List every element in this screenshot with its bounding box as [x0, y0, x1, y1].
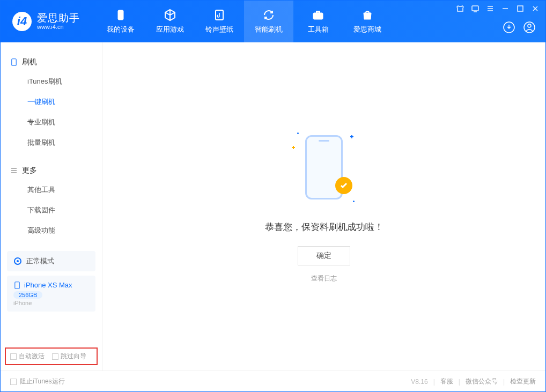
- app-header: i4 爱思助手 www.i4.cn 我的设备 应用游戏 铃声壁纸 智能刷机 工具…: [1, 1, 545, 42]
- success-message: 恭喜您，保资料刷机成功啦！: [265, 221, 383, 233]
- check-badge-icon: [335, 177, 352, 194]
- download-icon[interactable]: [503, 21, 515, 36]
- main-content: 恭喜您，保资料刷机成功啦！ 确定 查看日志: [102, 42, 545, 371]
- logo-icon: i4: [12, 12, 32, 31]
- header-actions: [503, 21, 536, 36]
- music-icon: [213, 9, 226, 21]
- svg-point-11: [17, 260, 19, 262]
- skin-icon[interactable]: [456, 5, 464, 12]
- mode-icon: [13, 257, 22, 265]
- list-icon: [10, 167, 18, 174]
- device-name: iPhone XS Max: [13, 281, 89, 289]
- app-title: 爱思助手: [37, 13, 80, 24]
- device-type: iPhone: [13, 300, 89, 306]
- ok-button[interactable]: 确定: [298, 246, 350, 265]
- svg-rect-2: [313, 13, 323, 19]
- sidebar-item-batch-flash[interactable]: 批量刷机: [1, 132, 102, 153]
- refresh-icon: [262, 9, 275, 21]
- nav-apps-games[interactable]: 应用游戏: [145, 1, 195, 42]
- sidebar-item-pro-flash[interactable]: 专业刷机: [1, 112, 102, 132]
- maximize-icon[interactable]: [517, 5, 524, 12]
- close-icon[interactable]: [532, 5, 539, 12]
- sidebar-item-advanced[interactable]: 高级功能: [1, 220, 102, 241]
- footer-link-update[interactable]: 检查更新: [510, 377, 536, 386]
- nav-my-device[interactable]: 我的设备: [96, 1, 145, 42]
- svg-rect-9: [12, 59, 16, 66]
- highlighted-checkbox-row: 自动激活 跳过向导: [5, 347, 98, 365]
- checkbox-block-itunes[interactable]: 阻止iTunes运行: [10, 377, 65, 386]
- menu-icon[interactable]: [486, 5, 494, 12]
- bag-icon: [361, 9, 374, 21]
- cube-icon: [164, 9, 176, 21]
- phone-icon: [114, 9, 127, 21]
- device-mode-box[interactable]: 正常模式: [7, 251, 95, 271]
- sidebar: 刷机 iTunes刷机 一键刷机 专业刷机 批量刷机 更多 其他工具 下载固件 …: [1, 42, 102, 371]
- phone-icon: [13, 282, 21, 289]
- sidebar-item-itunes-flash[interactable]: iTunes刷机: [1, 71, 102, 92]
- sidebar-item-other-tools[interactable]: 其他工具: [1, 180, 102, 200]
- footer-link-support[interactable]: 客服: [440, 377, 453, 386]
- main-nav: 我的设备 应用游戏 铃声壁纸 智能刷机 工具箱 爱思商城: [96, 1, 392, 42]
- nav-toolbox[interactable]: 工具箱: [293, 1, 343, 42]
- checkbox-icon: [10, 379, 17, 385]
- svg-point-6: [528, 24, 531, 27]
- sidebar-item-download-firmware[interactable]: 下载固件: [1, 200, 102, 220]
- checkbox-icon: [10, 353, 17, 360]
- svg-rect-0: [118, 10, 123, 20]
- sidebar-section-flash: 刷机: [1, 53, 102, 71]
- nav-smart-flash[interactable]: 智能刷机: [244, 1, 293, 42]
- footer: 阻止iTunes运行 V8.16 | 客服 | 微信公众号 | 检查更新: [1, 371, 545, 392]
- svg-rect-8: [518, 6, 523, 11]
- success-illustration: [300, 130, 348, 205]
- app-logo: i4 爱思助手 www.i4.cn: [1, 12, 91, 31]
- device-info-box[interactable]: iPhone XS Max 256GB iPhone: [7, 276, 95, 312]
- svg-rect-3: [316, 11, 320, 13]
- feedback-icon[interactable]: [471, 5, 479, 12]
- nav-store[interactable]: 爱思商城: [343, 1, 392, 42]
- svg-rect-12: [15, 282, 19, 289]
- phone-icon: [10, 58, 18, 66]
- window-controls: [456, 5, 539, 12]
- storage-badge: 256GB: [13, 291, 42, 299]
- sidebar-section-more: 更多: [1, 161, 102, 180]
- svg-rect-7: [472, 6, 478, 11]
- briefcase-icon: [312, 9, 324, 21]
- checkbox-icon: [52, 353, 58, 360]
- checkbox-skip-guide[interactable]: 跳过向导: [52, 352, 86, 361]
- footer-link-wechat[interactable]: 微信公众号: [466, 377, 498, 386]
- version-label: V8.16: [411, 378, 427, 386]
- view-log-link[interactable]: 查看日志: [311, 274, 337, 283]
- checkbox-auto-activate[interactable]: 自动激活: [10, 352, 45, 361]
- minimize-icon[interactable]: [501, 5, 509, 12]
- nav-ringtone-wallpaper[interactable]: 铃声壁纸: [195, 1, 244, 42]
- user-icon[interactable]: [523, 21, 536, 36]
- app-subtitle: www.i4.cn: [37, 24, 80, 30]
- sidebar-item-oneclick-flash[interactable]: 一键刷机: [1, 92, 102, 112]
